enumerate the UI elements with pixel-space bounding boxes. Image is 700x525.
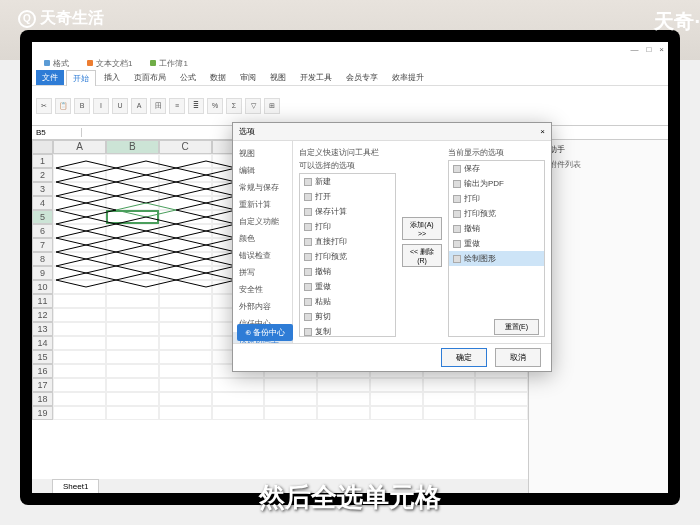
nav-item[interactable]: 编辑 <box>233 162 292 179</box>
cell[interactable] <box>53 252 106 266</box>
ribbon-tab[interactable]: 审阅 <box>234 70 262 85</box>
cell[interactable] <box>159 224 212 238</box>
list-item[interactable]: 保存计算 <box>300 204 395 219</box>
cancel-button[interactable]: 取消 <box>495 348 541 367</box>
cell[interactable] <box>53 378 106 392</box>
tool-button[interactable]: I <box>93 98 109 114</box>
nav-item[interactable]: 错误检查 <box>233 247 292 264</box>
cell[interactable] <box>53 182 106 196</box>
cell[interactable] <box>159 168 212 182</box>
tool-button[interactable]: ✂ <box>36 98 52 114</box>
ribbon-tab[interactable]: 会员专享 <box>340 70 384 85</box>
nav-item[interactable]: 拼写 <box>233 264 292 281</box>
cell[interactable] <box>106 182 159 196</box>
cell[interactable] <box>264 392 317 406</box>
cell[interactable] <box>53 154 106 168</box>
cell[interactable] <box>159 238 212 252</box>
cell[interactable] <box>106 364 159 378</box>
cell[interactable] <box>159 196 212 210</box>
cell[interactable] <box>423 378 476 392</box>
cell[interactable] <box>106 252 159 266</box>
cell[interactable] <box>106 224 159 238</box>
list-item[interactable]: 绘制图形 <box>449 251 544 266</box>
cell[interactable] <box>159 266 212 280</box>
ribbon-tab[interactable]: 插入 <box>98 70 126 85</box>
row-header[interactable]: 13 <box>32 322 53 336</box>
ribbon-tab[interactable]: 效率提升 <box>386 70 430 85</box>
row-header[interactable]: 10 <box>32 280 53 294</box>
close-button[interactable]: × <box>659 45 664 54</box>
cell[interactable] <box>53 224 106 238</box>
tool-button[interactable]: Σ <box>226 98 242 114</box>
row-header[interactable]: 6 <box>32 224 53 238</box>
name-box[interactable]: B5 <box>32 128 82 137</box>
row-header[interactable]: 7 <box>32 238 53 252</box>
row-header[interactable]: 12 <box>32 308 53 322</box>
ribbon-tab[interactable]: 视图 <box>264 70 292 85</box>
row-header[interactable]: 18 <box>32 392 53 406</box>
ribbon-tab[interactable]: 开发工具 <box>294 70 338 85</box>
cell[interactable] <box>317 392 370 406</box>
cell[interactable] <box>159 364 212 378</box>
row-header[interactable]: 3 <box>32 182 53 196</box>
row-header[interactable]: 1 <box>32 154 53 168</box>
cell[interactable] <box>159 322 212 336</box>
list-item[interactable]: 重做 <box>449 236 544 251</box>
list-item[interactable]: 粘贴 <box>300 294 395 309</box>
list-item[interactable]: 保存 <box>449 161 544 176</box>
cell[interactable] <box>53 322 106 336</box>
list-item[interactable]: 重做 <box>300 279 395 294</box>
add-button[interactable]: 添加(A) >> <box>402 217 442 240</box>
cell[interactable] <box>106 196 159 210</box>
nav-item[interactable]: 常规与保存 <box>233 179 292 196</box>
cell[interactable] <box>212 406 265 420</box>
nav-item[interactable]: 外部内容 <box>233 298 292 315</box>
cell[interactable] <box>475 406 528 420</box>
list-item[interactable]: 打印 <box>300 219 395 234</box>
ribbon-tab-home[interactable]: 开始 <box>66 70 96 86</box>
tool-button[interactable]: B <box>74 98 90 114</box>
tool-button[interactable]: 田 <box>150 98 166 114</box>
cell[interactable] <box>159 336 212 350</box>
doc-tab[interactable]: 文本文档1 <box>79 56 140 71</box>
cell[interactable] <box>159 392 212 406</box>
cell[interactable] <box>317 406 370 420</box>
cell[interactable] <box>159 308 212 322</box>
cell[interactable] <box>159 154 212 168</box>
cell[interactable] <box>53 336 106 350</box>
row-header[interactable]: 4 <box>32 196 53 210</box>
cell[interactable] <box>53 350 106 364</box>
cell[interactable] <box>159 378 212 392</box>
row-header[interactable]: 14 <box>32 336 53 350</box>
tool-button[interactable]: ▽ <box>245 98 261 114</box>
nav-item[interactable]: 安全性 <box>233 281 292 298</box>
file-tab[interactable]: 文件 <box>36 70 64 85</box>
cell[interactable] <box>106 154 159 168</box>
ok-button[interactable]: 确定 <box>441 348 487 367</box>
list-item[interactable]: 打开 <box>300 189 395 204</box>
list-item[interactable]: 撤销 <box>300 264 395 279</box>
cell[interactable] <box>159 406 212 420</box>
cell[interactable] <box>53 406 106 420</box>
reset-button[interactable]: 重置(E) <box>494 319 539 335</box>
cell[interactable] <box>423 406 476 420</box>
dialog-close-button[interactable]: × <box>540 127 545 136</box>
tool-button[interactable]: ⊞ <box>264 98 280 114</box>
cell[interactable] <box>475 378 528 392</box>
cell[interactable] <box>106 238 159 252</box>
cell[interactable] <box>370 392 423 406</box>
cell[interactable] <box>106 378 159 392</box>
minimize-button[interactable]: — <box>630 45 638 54</box>
tool-button[interactable]: ≣ <box>188 98 204 114</box>
current-commands-list[interactable]: 保存输出为PDF打印打印预览撤销重做绘制图形 <box>448 160 545 337</box>
tool-button[interactable]: U <box>112 98 128 114</box>
select-all-corner[interactable] <box>32 140 53 154</box>
cell[interactable] <box>53 294 106 308</box>
row-header[interactable]: 17 <box>32 378 53 392</box>
cell[interactable] <box>159 350 212 364</box>
col-header-selected[interactable]: B <box>106 140 159 154</box>
cell[interactable] <box>106 336 159 350</box>
tool-button[interactable]: 📋 <box>55 98 71 114</box>
list-item[interactable]: 直接打印 <box>300 234 395 249</box>
list-item[interactable]: 撤销 <box>449 221 544 236</box>
